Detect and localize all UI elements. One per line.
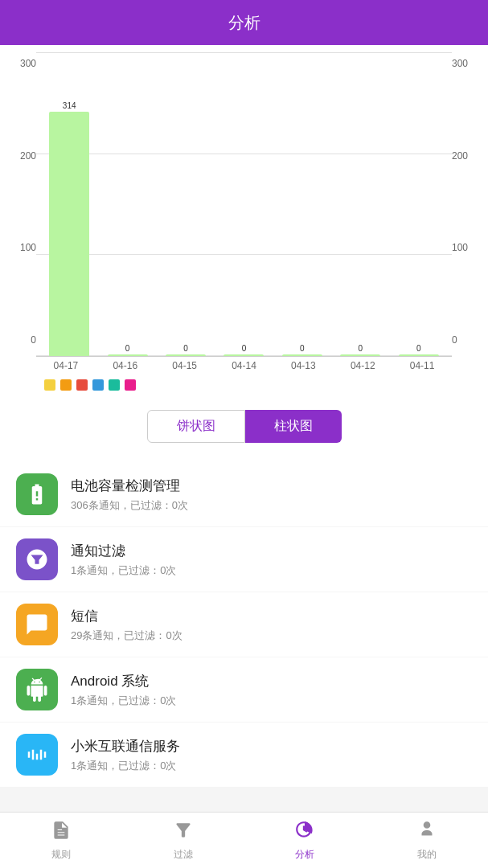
battery-icon — [25, 482, 49, 506]
app-info-sms: 短信 29条通知，已过滤：0次 — [71, 607, 472, 643]
mi-icon — [25, 743, 49, 767]
grid-lines: 314 0 0 0 — [36, 53, 452, 357]
app-icon-mi — [16, 734, 58, 776]
bar-6 — [399, 354, 439, 356]
app-stats-sms: 29条通知，已过滤：0次 — [71, 628, 472, 643]
y-right-label-100: 100 — [452, 242, 480, 253]
legend — [8, 375, 480, 399]
bar-group-6: 0 — [390, 344, 448, 356]
chart-wrapper: 0 100 200 300 314 — [8, 53, 480, 375]
bar-4 — [282, 354, 322, 356]
legend-dot-3 — [76, 379, 88, 391]
list-item: Android 系统 1条通知，已过滤：0次 — [0, 657, 488, 722]
legend-dot-2 — [60, 379, 72, 391]
bar-3 — [223, 354, 264, 356]
x-label-1: 04-16 — [96, 360, 155, 371]
app-name-mi: 小米互联通信服务 — [71, 737, 472, 755]
y-right-label-0: 0 — [452, 334, 480, 346]
app-icon-filter — [16, 538, 58, 580]
nav-label-rules: 规则 — [51, 848, 71, 862]
sms-icon — [25, 612, 49, 637]
header: 分析 — [0, 0, 488, 45]
bar-0 — [49, 112, 89, 356]
app-name-sms: 短信 — [71, 607, 472, 625]
nav-label-analytics: 分析 — [295, 848, 314, 862]
app-name-android: Android 系统 — [71, 672, 472, 690]
legend-dot-4 — [92, 379, 104, 391]
nav-label-filter: 过滤 — [174, 848, 193, 862]
bottom-nav: 规则 过滤 分析 我的 — [0, 812, 488, 868]
nav-item-filter[interactable]: 过滤 — [122, 820, 244, 862]
app-stats-android: 1条通知，已过滤：0次 — [71, 694, 472, 708]
app-icon-battery — [16, 473, 58, 515]
x-axis: 04-17 04-16 04-15 04-14 04-13 04-12 04-1… — [36, 357, 452, 375]
y-right-label-300: 300 — [452, 58, 480, 69]
y-label-200: 200 — [8, 150, 36, 162]
app-icon-android — [16, 669, 58, 710]
header-title: 分析 — [228, 12, 260, 34]
app-info-mi: 小米互联通信服务 1条通知，已过滤：0次 — [71, 737, 472, 773]
pie-chart-button[interactable]: 饼状图 — [147, 410, 245, 443]
app-info-filter: 通知过滤 1条通知，已过滤：0次 — [71, 542, 472, 578]
nav-item-rules[interactable]: 规则 — [0, 820, 122, 862]
rules-icon — [51, 820, 72, 845]
legend-dot-1 — [44, 379, 55, 391]
bar-1 — [108, 354, 148, 356]
app-name-filter: 通知过滤 — [71, 542, 472, 560]
user-icon — [416, 820, 437, 845]
y-axis-right: 0 100 200 300 — [452, 53, 480, 375]
x-label-3: 04-14 — [215, 360, 274, 371]
x-label-5: 04-12 — [333, 360, 392, 371]
chart-toggle: 饼状图 柱状图 — [8, 399, 480, 454]
nav-item-analytics[interactable]: 分析 — [244, 820, 367, 862]
x-label-0: 04-17 — [36, 360, 96, 371]
bar-value-6: 0 — [416, 344, 421, 353]
bar-value-3: 0 — [242, 344, 247, 353]
bar-group-3: 0 — [215, 344, 273, 356]
legend-dot-6 — [125, 379, 136, 391]
list-item: 通知过滤 1条通知，已过滤：0次 — [0, 527, 488, 592]
chart-inner: 314 0 0 0 — [36, 53, 452, 375]
bar-value-2: 0 — [183, 344, 188, 353]
x-label-2: 04-15 — [155, 360, 215, 371]
bar-group-5: 0 — [331, 344, 389, 356]
app-info-android: Android 系统 1条通知，已过滤：0次 — [71, 672, 472, 708]
bar-group-2: 0 — [157, 344, 215, 356]
app-name-battery: 电池容量检测管理 — [71, 477, 472, 495]
nav-label-mine: 我的 — [417, 848, 437, 862]
bar-value-5: 0 — [359, 344, 363, 353]
x-label-6: 04-11 — [392, 360, 452, 371]
app-list: 电池容量检测管理 306条通知，已过滤：0次 通知过滤 1条通知，已过滤：0次 … — [0, 462, 488, 812]
android-icon — [25, 678, 49, 702]
y-right-label-200: 200 — [452, 150, 480, 162]
nav-item-mine[interactable]: 我的 — [366, 820, 488, 862]
app-stats-filter: 1条通知，已过滤：0次 — [71, 563, 472, 578]
app-info-battery: 电池容量检测管理 306条通知，已过滤：0次 — [71, 477, 472, 513]
bars-area: 314 0 0 0 — [36, 53, 452, 356]
list-item: 电池容量检测管理 306条通知，已过滤：0次 — [0, 462, 488, 526]
app-icon-sms — [16, 604, 58, 645]
bar-5 — [340, 354, 380, 356]
filter-app-icon — [25, 547, 49, 571]
app-stats-battery: 306条通知，已过滤：0次 — [71, 498, 472, 513]
y-label-0: 0 — [8, 334, 36, 346]
bar-value-4: 0 — [300, 344, 305, 353]
bar-group-4: 0 — [273, 344, 331, 356]
bar-group-0: 314 — [40, 101, 98, 356]
bar-value-0: 314 — [63, 101, 76, 110]
app-stats-mi: 1条通知，已过滤：0次 — [71, 759, 472, 773]
analytics-icon — [294, 820, 315, 845]
bar-value-1: 0 — [125, 344, 130, 353]
list-item: 短信 29条通知，已过滤：0次 — [0, 592, 488, 657]
bar-group-1: 0 — [98, 344, 156, 356]
legend-dot-5 — [109, 379, 120, 391]
list-item: 小米互联通信服务 1条通知，已过滤：0次 — [0, 723, 488, 787]
bar-chart-button[interactable]: 柱状图 — [245, 410, 342, 443]
chart-container: 0 100 200 300 314 — [0, 45, 488, 462]
y-label-300: 300 — [8, 58, 36, 69]
y-label-100: 100 — [8, 242, 36, 253]
y-axis-left: 0 100 200 300 — [8, 53, 36, 375]
bar-2 — [166, 354, 206, 356]
filter-nav-icon — [173, 820, 194, 845]
x-label-4: 04-13 — [273, 360, 333, 371]
